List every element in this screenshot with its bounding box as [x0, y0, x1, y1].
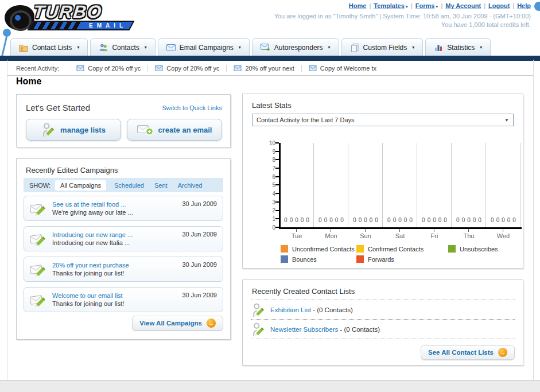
top-link-logout[interactable]: Logout — [488, 2, 510, 9]
campaign-row[interactable]: Introducing our new range ... Introducin… — [24, 226, 223, 251]
legend-item: Bounces — [281, 255, 317, 263]
day-label: Sat — [383, 232, 417, 239]
y-tick-label: 1 — [264, 216, 275, 222]
campaigns-filter-bar: SHOW: All Campaigns Scheduled Sent Archi… — [24, 178, 223, 192]
campaign-row[interactable]: Welcome to our email list Thanks for joi… — [24, 287, 223, 312]
chart-gridlines — [279, 143, 521, 227]
chevron-down-icon: ▾ — [412, 45, 414, 50]
chevron-down-icon: ▾ — [77, 45, 79, 50]
view-all-campaigns-button[interactable]: View All Campaigns → — [132, 316, 223, 331]
campaign-text: See us at the retail food ... We're givi… — [52, 200, 182, 216]
page-title: Home — [16, 76, 41, 87]
legend-label: Confirmed Contacts — [368, 246, 424, 253]
create-email-button[interactable]: create an email — [127, 119, 222, 141]
campaign-title-link[interactable]: See us at the retail food ... — [52, 201, 126, 208]
recent-activity-item[interactable]: 20% off your next — [226, 65, 301, 72]
envelope-icon — [155, 65, 163, 71]
day-values: 00000 — [417, 217, 452, 223]
chevron-down-icon: ▾ — [328, 45, 331, 50]
recent-activity-item[interactable]: Copy of 20% off yc — [69, 65, 147, 72]
see-all-contact-lists-button[interactable]: See All Contact Lists → — [421, 345, 515, 360]
tab-autoresponders[interactable]: Autoresponders ▾ — [252, 38, 339, 56]
main-nav-tabs: Contact Lists ▾ Contacts ▾ Email Campaig… — [10, 38, 491, 56]
campaign-title-link[interactable]: Welcome to our email list — [52, 292, 123, 299]
tab-label: Statistics — [447, 44, 475, 52]
contacts-people-icon — [99, 43, 108, 52]
contact-list-link[interactable]: Newsletter Subscribers — [270, 326, 338, 333]
filter-scheduled[interactable]: Scheduled — [114, 182, 144, 189]
filter-archived[interactable]: Archived — [178, 182, 203, 189]
campaign-title-link[interactable]: Introducing our new range ... — [52, 231, 133, 238]
envelope-icon — [234, 65, 242, 71]
legend-item: Forwards — [356, 255, 394, 263]
day-values: 00000 — [383, 217, 417, 223]
recent-activity-item[interactable]: Copy of Welcome tx — [301, 65, 383, 72]
envelope-pencil-icon — [30, 200, 48, 216]
show-label: SHOW: — [29, 182, 50, 189]
tab-email-campaigns[interactable]: Email Campaigns ▾ — [158, 38, 250, 56]
tab-custom-fields[interactable]: Custom Fields ▾ — [341, 38, 424, 56]
campaign-date: 30 Jun 2009 — [182, 292, 217, 298]
day-label: Fri — [417, 232, 452, 239]
campaign-row[interactable]: See us at the retail food ... We're givi… — [24, 196, 223, 221]
y-tick-label: 9 — [264, 149, 275, 155]
y-tick-label: 8 — [264, 157, 275, 163]
x-axis-labels: Tue Mon Sun Sat Fri Thu Wed — [279, 232, 520, 239]
filter-all-campaigns[interactable]: All Campaigns — [55, 180, 106, 191]
recent-activity-text: Copy of 20% off yc — [88, 65, 141, 72]
chevron-down-icon: ▾ — [406, 4, 408, 9]
switch-to-quick-links[interactable]: Switch to Quick Links — [162, 104, 222, 111]
x-axis-ticks — [279, 229, 520, 232]
filter-sent[interactable]: Sent — [154, 182, 168, 189]
envelope-icon — [166, 44, 176, 51]
chevron-down-icon: ▾ — [239, 45, 241, 50]
envelope-pencil-icon — [30, 261, 48, 277]
recent-activity-text: 20% off your next — [245, 65, 294, 72]
envelope-arrow-icon — [261, 44, 270, 52]
campaign-row[interactable]: 20% off your next purchase Thanks for jo… — [24, 257, 223, 282]
bar-chart-icon — [434, 43, 443, 52]
turbo-email-logo: TURBO EMAIL — [3, 2, 138, 33]
arrow-right-icon: → — [207, 319, 216, 328]
campaign-date: 30 Jun 2009 — [182, 261, 217, 268]
tab-contacts[interactable]: Contacts ▾ — [90, 38, 155, 56]
manage-lists-button[interactable]: manage lists — [26, 119, 121, 141]
y-axis-line — [279, 143, 281, 229]
separator: | — [441, 2, 442, 9]
separator: | — [411, 2, 413, 9]
top-link-home[interactable]: Home — [349, 2, 367, 9]
top-nav-links: Home|Templates▾|Forms▾|My Account|Logout… — [349, 2, 531, 9]
separator: | — [369, 2, 371, 9]
divider — [533, 60, 534, 380]
credits-info-line: You have 1,000 total credits left. — [274, 21, 531, 29]
dotted-divider — [251, 300, 515, 300]
contact-list-link[interactable]: Exhibition List — [270, 306, 311, 313]
stats-dropdown-value: Contact Activity for the Last 7 Days — [257, 117, 355, 123]
logo-title: TURBO — [32, 2, 103, 22]
top-link-my-account[interactable]: My Account — [445, 2, 481, 9]
tab-label: Contacts — [112, 44, 139, 52]
tab-statistics[interactable]: Statistics ▾ — [425, 38, 491, 56]
view-all-campaigns-label: View All Campaigns — [139, 320, 202, 327]
top-link-forms[interactable]: Forms — [415, 2, 435, 9]
legend-swatch — [281, 245, 288, 253]
day-values: 00000 — [314, 217, 348, 223]
logo-subtitle: EMAIL — [89, 22, 127, 29]
campaign-title-link[interactable]: 20% off your next purchase — [52, 262, 129, 269]
get-started-title: Let's Get Started — [26, 103, 90, 112]
stats-dropdown[interactable]: Contact Activity for the Last 7 Days ▼ — [252, 114, 514, 126]
tab-contact-lists[interactable]: Contact Lists ▾ — [10, 38, 88, 56]
navy-divider-bar — [0, 56, 540, 61]
person-pencil-icon — [252, 302, 265, 317]
chevron-down-icon: ▼ — [504, 118, 509, 123]
contact-list-row: Exhibition List - (0 Contacts) — [252, 302, 514, 318]
campaign-text: 20% off your next purchase Thanks for jo… — [52, 261, 182, 277]
day-values: 00000 — [348, 217, 383, 223]
separator: | — [512, 2, 514, 9]
y-tick-label: 7 — [264, 165, 275, 172]
top-link-help[interactable]: Help — [517, 2, 531, 9]
recent-activity-item[interactable]: Copy of 20% off yc — [147, 65, 226, 72]
contact-list-row: Newsletter Subscribers - (0 Contacts) — [252, 321, 514, 337]
top-link-templates[interactable]: Templates — [374, 2, 405, 9]
legend-label: Forwards — [368, 256, 394, 263]
